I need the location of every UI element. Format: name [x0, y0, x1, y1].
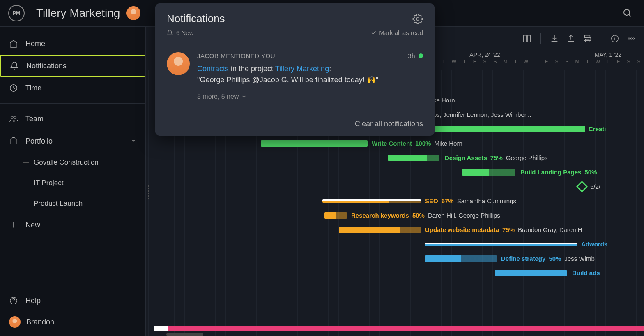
task-label: Design Assets75%George Phillips — [445, 154, 548, 161]
gantt-row: SEO67%Samantha Cummings — [154, 194, 644, 208]
task-label: Adwords — [581, 241, 607, 248]
gantt-row: Update website metadata75%Brandon Gray, … — [154, 222, 644, 237]
svg-point-16 — [615, 37, 615, 37]
sidebar-item-new[interactable]: New — [0, 214, 145, 236]
sidebar-label: Team — [25, 115, 44, 123]
print-icon[interactable] — [583, 34, 592, 43]
svg-rect-5 — [10, 139, 17, 144]
clock-icon — [9, 83, 18, 93]
gantt-row: 5/2/ — [154, 179, 644, 194]
info-icon[interactable] — [610, 34, 619, 43]
bell-icon — [167, 30, 173, 36]
day-header: F — [541, 59, 552, 65]
day-header: S — [552, 59, 562, 65]
svg-point-0 — [624, 9, 630, 15]
svg-line-1 — [629, 14, 631, 16]
gantt-bar[interactable] — [425, 255, 497, 262]
gantt-bar[interactable] — [433, 126, 585, 132]
sidebar-item-user[interactable]: Brandon — [0, 311, 145, 333]
svg-point-3 — [11, 116, 13, 119]
day-header: T — [603, 59, 613, 65]
project-title: Tillery Marketing — [36, 7, 120, 20]
sidebar-label: Portfolio — [25, 137, 53, 146]
day-header: F — [469, 59, 480, 65]
portfolio-sub-product[interactable]: Product Launch — [0, 193, 145, 214]
svg-point-19 — [633, 38, 635, 39]
day-header: S — [490, 59, 500, 65]
briefcase-icon — [9, 137, 18, 146]
project-avatar[interactable] — [126, 6, 140, 20]
day-header: S — [480, 59, 490, 65]
gantt-bar[interactable] — [495, 270, 567, 276]
task-label: Define strategy50%Jess Wimb — [501, 255, 595, 262]
gantt-bar[interactable] — [322, 199, 421, 203]
task-label: Write Content100%Mike Horn — [372, 140, 462, 147]
gantt-bar[interactable] — [324, 212, 347, 219]
unread-dot-icon — [419, 53, 423, 58]
portfolio-sub-it[interactable]: IT Project — [0, 173, 145, 193]
svg-point-17 — [628, 38, 630, 39]
notification-time: 3h — [408, 52, 415, 59]
svg-point-20 — [416, 17, 419, 20]
notification-more[interactable]: 5 more, 5 new — [197, 93, 423, 100]
svg-point-4 — [14, 116, 16, 119]
gantt-bar[interactable] — [462, 169, 515, 176]
task-label: SEO67%Samantha Cummings — [425, 197, 516, 204]
day-header: T — [439, 59, 449, 65]
gantt-bar[interactable] — [388, 155, 439, 161]
more-icon[interactable] — [627, 34, 636, 43]
gantt-bar[interactable] — [261, 140, 368, 147]
gantt-row: Build Landing Pages50% — [154, 165, 644, 179]
upload-icon[interactable] — [566, 34, 575, 43]
sidebar-label: New — [25, 221, 40, 229]
day-header: M — [500, 59, 511, 65]
new-count: 6 New — [176, 29, 194, 36]
download-icon[interactable] — [550, 34, 559, 43]
link-project[interactable]: Tillery Marketing — [275, 65, 329, 73]
task-label: Build ads — [572, 269, 600, 276]
search-icon[interactable] — [623, 8, 632, 20]
svg-rect-10 — [528, 35, 530, 42]
day-header: W — [449, 59, 459, 65]
sidebar-item-help[interactable]: Help — [0, 290, 145, 311]
portfolio-sub-govalle[interactable]: Govalle Construction — [0, 152, 145, 173]
chevron-down-icon — [241, 94, 247, 100]
home-icon — [9, 39, 18, 48]
task-label: Build Landing Pages50% — [520, 169, 597, 176]
sidebar-item-notifications[interactable]: Notifications — [0, 55, 145, 77]
gantt-bar[interactable] — [425, 243, 577, 246]
notification-avatar — [167, 52, 190, 75]
sidebar-item-home[interactable]: Home — [0, 32, 145, 55]
task-label: Creati — [589, 125, 606, 132]
gantt-row: Write Content100%Mike Horn — [154, 136, 644, 151]
sidebar-label: Help — [25, 297, 41, 305]
link-contracts[interactable]: Contracts — [197, 65, 229, 73]
check-icon — [370, 30, 377, 36]
task-label: Update website metadata75%Brandon Gray, … — [425, 226, 582, 233]
day-header: T — [531, 59, 541, 65]
panel-grip[interactable] — [146, 185, 151, 199]
notifications-title: Notifications — [167, 12, 225, 25]
svg-rect-9 — [524, 35, 526, 42]
horizontal-scrollbar[interactable] — [166, 333, 203, 336]
clear-all-notifications[interactable]: Clear all notifications — [167, 114, 423, 128]
chevron-down-icon — [131, 138, 136, 144]
milestone-icon[interactable] — [576, 181, 588, 192]
sidebar-item-team[interactable]: Team — [0, 108, 145, 130]
mark-all-read[interactable]: Mark all as read — [370, 29, 423, 36]
plus-icon — [9, 220, 18, 229]
day-header: W — [593, 59, 603, 65]
layout-icon[interactable] — [522, 34, 531, 43]
sidebar-label: Brandon — [26, 318, 54, 327]
team-icon — [9, 114, 18, 123]
gantt-bar[interactable] — [339, 227, 421, 233]
day-header: W — [521, 59, 531, 65]
gear-icon[interactable] — [412, 14, 423, 24]
notification-item[interactable]: JACOB MENTIONED YOU! 3h Contracts in the… — [167, 43, 423, 107]
logo[interactable]: PM — [8, 5, 25, 21]
day-header: T — [511, 59, 521, 65]
notification-heading: JACOB MENTIONED YOU! — [197, 52, 277, 59]
task-label: ps, Jennifer Lennon, Jess Wimber... — [433, 111, 531, 118]
sidebar-item-portfolio[interactable]: Portfolio — [0, 130, 145, 152]
sidebar-item-time[interactable]: Time — [0, 77, 145, 99]
